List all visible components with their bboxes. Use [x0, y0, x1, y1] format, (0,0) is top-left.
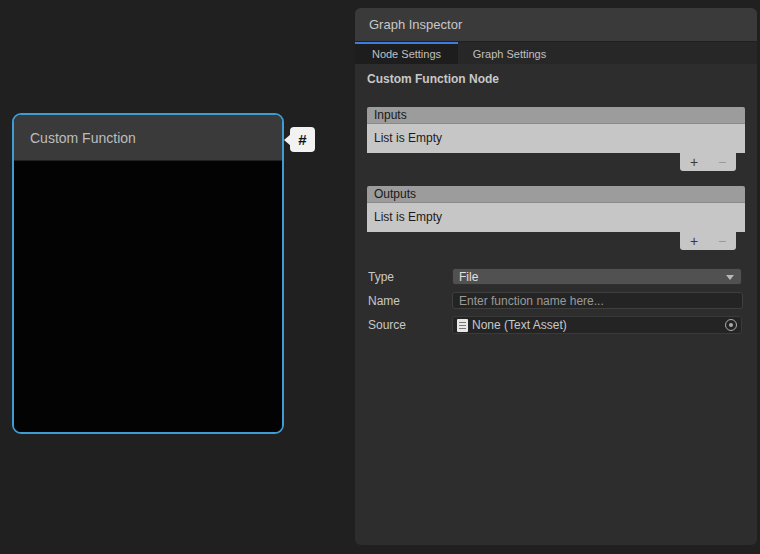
type-label: Type — [368, 270, 394, 284]
inputs-add-button[interactable]: + — [682, 155, 706, 169]
outputs-list-empty-row: List is Empty — [367, 203, 745, 232]
inputs-remove-button[interactable]: − — [710, 155, 734, 169]
badge-tail — [284, 134, 291, 146]
tab-node-settings[interactable]: Node Settings — [355, 42, 458, 64]
name-label: Name — [368, 294, 400, 308]
chevron-down-icon — [726, 275, 734, 280]
source-object-value: None (Text Asset) — [472, 318, 567, 332]
node-title: Custom Function — [30, 130, 136, 146]
outputs-remove-button[interactable]: − — [710, 234, 734, 248]
inputs-list-empty-row: List is Empty — [367, 124, 745, 153]
panel-title: Graph Inspector — [355, 8, 757, 42]
graph-inspector-panel: Graph Inspector Node Settings Graph Sett… — [355, 8, 757, 545]
outputs-add-button[interactable]: + — [682, 234, 706, 248]
source-object-field[interactable]: None (Text Asset) — [452, 316, 742, 334]
inputs-list: Inputs List is Empty + − — [367, 107, 745, 173]
node-precision-badge[interactable]: # — [290, 127, 315, 152]
text-asset-icon — [457, 319, 468, 332]
outputs-list-footer: + − — [367, 232, 745, 252]
custom-function-node[interactable]: Custom Function — [12, 113, 284, 434]
source-label: Source — [368, 318, 406, 332]
outputs-list: Outputs List is Empty + − — [367, 186, 745, 252]
tab-graph-settings[interactable]: Graph Settings — [458, 42, 561, 64]
function-name-input[interactable] — [452, 292, 743, 309]
object-picker-icon[interactable] — [725, 319, 737, 331]
inputs-list-header[interactable]: Inputs — [367, 107, 745, 124]
tab-bar: Node Settings Graph Settings — [355, 42, 757, 64]
type-dropdown[interactable]: File — [452, 268, 742, 285]
node-body — [14, 161, 282, 433]
node-title-bar[interactable]: Custom Function — [14, 115, 282, 161]
section-title: Custom Function Node — [367, 72, 499, 86]
inputs-button-box: + − — [680, 153, 736, 171]
outputs-button-box: + − — [680, 232, 736, 250]
inputs-list-footer: + − — [367, 153, 745, 173]
type-dropdown-value: File — [459, 270, 478, 284]
outputs-list-header[interactable]: Outputs — [367, 186, 745, 203]
hash-icon: # — [298, 131, 306, 148]
